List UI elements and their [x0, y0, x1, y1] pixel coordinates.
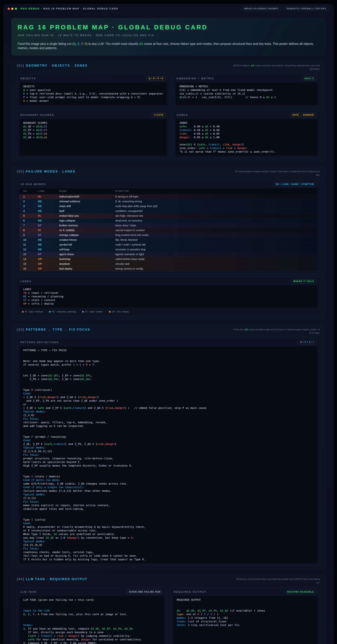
- section-03-title: [03] PATTERNS → TYPE → FIX FOCUS: [17, 328, 90, 332]
- code-line: fixes: list of structural_fixes: [177, 620, 314, 623]
- code-line: [23, 468, 314, 471]
- code-line: If not, directly assign each boundary to…: [23, 630, 160, 634]
- llm-task-badge: GIVEN ONE FAILING RUN: [126, 590, 163, 594]
- code-line: [23, 514, 314, 518]
- titlebar-actions: IMAGE-AS-DEBUG PROMPT SEMANTIC FIREWALL …: [241, 6, 330, 11]
- table-row: 13STagent chaosagents overwrite or fight: [20, 252, 318, 257]
- window-controls: [8, 8, 17, 10]
- code-line: zone(ΔS) ∈ {safe, transit, risk, danger}: [180, 143, 314, 146]
- code-line: ( Z_QE = safe and Z_EP ∈ {safe,transit} …: [23, 406, 314, 410]
- code-line: transit: 0.40 ≤ ΔS < 0.60: [180, 128, 314, 132]
- section-01-title: [01] GEOMETRY · OBJECTS · ZONES: [17, 64, 88, 68]
- embedding-badge: ΔS(X,Y): [302, 76, 316, 80]
- table-row: 3REchain driftmulti-step plan drifts awa…: [20, 204, 318, 209]
- code-line: OBJECTS: [23, 85, 163, 88]
- code-line: [23, 366, 314, 370]
- lane-legend-chip: ST · state / context: [80, 310, 105, 314]
- section-geometry: [01] GEOMETRY · OBJECTS · ZONES Q/E/P/A …: [11, 60, 326, 162]
- code-line: cos_sim(u,v) = cosine similarity in [0,1…: [180, 92, 314, 96]
- window-title-text: · RAG 16 PROBLEM MAP · GLOBAL DEBUG CARD: [40, 7, 118, 10]
- code-line: [23, 370, 314, 374]
- code-line: [23, 428, 314, 432]
- code-line: Q, E, P, A from one failing run, plus th…: [23, 612, 160, 616]
- code-line: ΔS: ΔS_QE, ΔS_EP, ΔS_PA, ΔS_QA (if avail…: [177, 609, 314, 612]
- pattern-definitions-label: PATTERN DEFINITIONS: [20, 341, 59, 344]
- close-window-icon[interactable]: [8, 8, 10, 10]
- hero-banner: RAG 16 PROBLEM MAP · GLOBAL DEBUG CARD O…: [11, 18, 326, 56]
- code-line: Cond:: [23, 522, 314, 525]
- code-line: danger: 0.85 ≤ ΔS ≤ 1.00: [180, 136, 314, 139]
- code-line: make state explicit in inputs, shorten a…: [23, 504, 314, 507]
- section-04-number: [04]: [17, 577, 24, 581]
- code-line: OP = infra / deploy: [23, 302, 314, 306]
- embedding-metric-panel: EMBEDDING + METRIC ΔS(X,Y) EMBEDDING + M…: [173, 74, 320, 107]
- code-line: ΔS_PA = ΔS(P,A): [23, 132, 163, 136]
- code-line: modes: 1-3 integers from {1..16}: [177, 616, 314, 620]
- lane-color-dot-icon: [49, 311, 50, 312]
- maximize-window-icon[interactable]: [15, 8, 17, 10]
- section-02-note: 16 named failure modes across 4 lanes. U…: [232, 170, 320, 177]
- code-line: {1,5,8}: [23, 414, 314, 417]
- code-line: LLM TASK (given one failing run + this c…: [23, 598, 160, 602]
- pattern-definitions-code: PATTERNS → TYPE → FIX FOCUS Note: one mo…: [19, 346, 318, 564]
- code-line: readiness checks, smoke tests, version t…: [23, 550, 314, 554]
- page-subtitle: ONE FAILING RUN IN · 16 WAYS TO BREAK · …: [18, 34, 320, 37]
- section-03-label: PATTERNS → TYPE → FIX FOCUS: [26, 328, 90, 331]
- pattern-definitions-badge: R / P / S / I: [298, 340, 316, 344]
- section-patterns: [03] PATTERNS → TYPE → FIX FOCUS From fo…: [11, 324, 326, 570]
- minimize-window-icon[interactable]: [11, 8, 14, 10]
- lane-legend-chip: OP · infra / deploy: [107, 310, 131, 314]
- col-lane: LANE: [38, 190, 59, 192]
- table-row: 15OPdeadlockcircular wait: [20, 262, 318, 266]
- code-line: you may treat ΔS_QE as 1.0 (danger) by c…: [23, 536, 314, 540]
- code-line: [177, 605, 314, 609]
- rag-modes-badge: NO / LANE / NAME / SYMPTOM: [273, 182, 316, 186]
- code-line: Typical modes:: [23, 410, 314, 414]
- embedding-code: EMBEDDING + METRICI(X) = embedding of te…: [176, 82, 318, 105]
- code-line: ZONES: [180, 121, 314, 125]
- code-line: Type R (retrieval): [23, 388, 314, 392]
- code-line: 2. Compute Z_QE, Z_EP, Z_PA, Z_QA using …: [23, 641, 160, 644]
- code-line: Steps:: [23, 623, 160, 627]
- code-line: If several types match, prefer I > S > R…: [23, 363, 314, 366]
- code-line: {2,3,4,6,10,11,12}: [23, 450, 314, 453]
- table-row: 9STentropy collapselong context turns in…: [20, 233, 318, 238]
- table-row: 11REsymbol failcode / math / symbols fai…: [20, 242, 318, 247]
- boundary-scores-panel: BOUNDARY SCORES 4 CUTS BOUNDARY SCORESΔS…: [17, 110, 170, 158]
- code-line: ΔS(X,Y) = 1 - cos_sim(I(X), I(Y)) // hen…: [180, 96, 314, 99]
- table-row: 1INhallucination/driftE wrong or off-top…: [20, 194, 318, 199]
- code-line: Fix focus:: [23, 500, 314, 504]
- zones-panel: ZONES SAFE → DANGER ZONESsafe: 0.00 ≤ ΔS…: [173, 110, 320, 158]
- image-as-debug-prompt-button[interactable]: IMAGE-AS-DEBUG PROMPT: [241, 6, 282, 11]
- lanes-label: LANES: [20, 280, 32, 283]
- llm-task-code: LLM TASK (given one failing run + this c…: [19, 596, 164, 644]
- code-line: (safe / transit / risk / danger) by judg…: [23, 634, 160, 638]
- code-line: A = model answer: [23, 99, 163, 103]
- code-line: 1. If you have an embedding tool, comput…: [23, 627, 160, 630]
- col-symptom: SYMPTOM: [115, 190, 314, 192]
- code-line: Note: one mode may appear in more than o…: [23, 359, 314, 363]
- code-line: ΔS_QE = ΔS(Q,E): [23, 125, 163, 128]
- lanes-panel: LANES WHERE IT FAILS LANESIN = input / r…: [17, 277, 320, 316]
- required-output-label: REQUIRED OUTPUT: [174, 590, 206, 594]
- code-line: Cond:: [23, 392, 314, 395]
- code-line: or: [23, 402, 314, 406]
- code-line: Fix focus:: [23, 547, 314, 550]
- rag-modes-panel: 16 RAG MODES NO / LANE / NAME / SYMPTOM …: [17, 180, 320, 274]
- required-output-panel: REQUIRED OUTPUT MACHINE-READABLE REQUIRE…: [170, 588, 320, 644]
- code-line: [23, 471, 314, 475]
- titlebar: RAG-DEBUG · RAG 16 PROBLEM MAP · GLOBAL …: [4, 4, 334, 13]
- objects-code: OBJECTSQ = user questionE = top-k retrie…: [19, 82, 167, 105]
- objects-panel: OBJECTS Q / E / P / A OBJECTSQ = user qu…: [17, 74, 170, 107]
- code-line: REQUIRED OUTPUT: [177, 598, 314, 602]
- code-line: Typical modes:: [23, 446, 314, 450]
- code-line: retriever: query, filters, top-k, embedd…: [23, 420, 314, 424]
- rag-modes-table: NO LANE NAME SYMPTOM 1INhallucination/dr…: [19, 188, 318, 271]
- semantic-firewall-button[interactable]: SEMANTIC FIREWALL FOR RAG: [284, 6, 330, 11]
- code-line: [23, 384, 314, 388]
- code-line: tests: 1 tiny verification test per fix: [177, 623, 314, 627]
- code-line: LANES: [23, 288, 314, 291]
- code-line: type: one of R / P / S / I: [177, 612, 314, 616]
- code-line: {7,9,13}: [23, 496, 314, 500]
- boundary-code: BOUNDARY SCORESΔS_QE = ΔS(Q,E)ΔS_EP = ΔS…: [19, 119, 167, 156]
